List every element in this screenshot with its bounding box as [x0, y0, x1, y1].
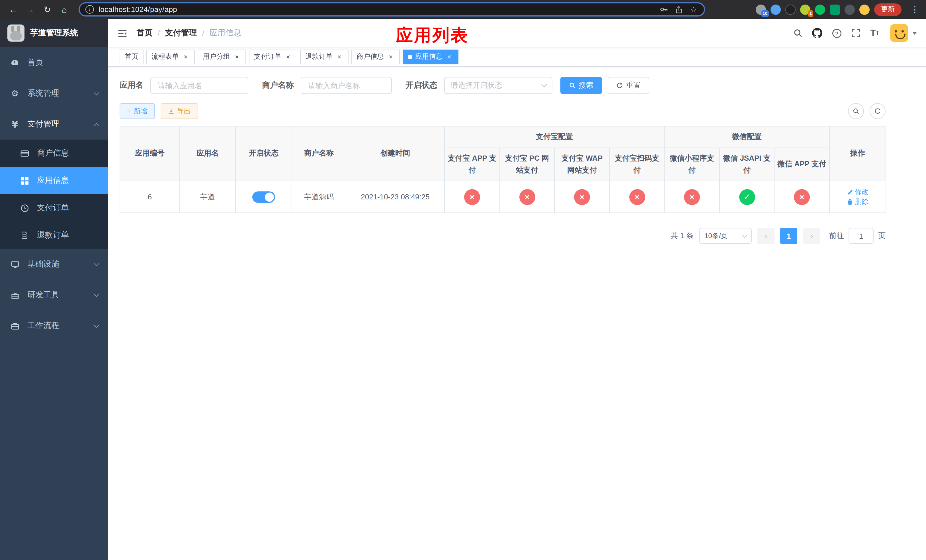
tab-user-group[interactable]: 用户分组 × — [198, 49, 246, 64]
tab-label: 首页 — [125, 52, 138, 62]
fullscreen-icon[interactable] — [851, 29, 861, 38]
caret-down-icon — [912, 32, 917, 35]
tab-flow-form[interactable]: 流程表单 × — [146, 49, 195, 64]
add-button[interactable]: + 新增 — [120, 103, 155, 119]
site-info-icon[interactable]: i — [85, 5, 94, 14]
sidebar-subitem-payment-order[interactable]: 支付订单 — [0, 194, 108, 222]
extension-icon-wechat[interactable] — [815, 4, 825, 15]
close-icon[interactable]: × — [233, 53, 241, 61]
search-icon[interactable] — [793, 29, 802, 38]
url-text[interactable]: localhost:1024/pay/app — [98, 5, 655, 14]
close-icon[interactable]: × — [336, 53, 343, 61]
tab-home[interactable]: 首页 — [120, 49, 144, 64]
share-icon[interactable] — [675, 5, 683, 14]
merchant-name-label: 商户名称 — [262, 80, 294, 91]
page-number-1[interactable]: 1 — [780, 228, 797, 244]
avatar[interactable] — [890, 24, 908, 42]
browser-menu-button[interactable]: ⋮ — [906, 4, 920, 15]
sidebar-item-workflow[interactable]: 工作流程 — [0, 310, 108, 341]
app-name-label: 应用名 — [120, 80, 144, 91]
export-button[interactable]: 导出 — [160, 103, 198, 119]
user-menu[interactable] — [890, 24, 917, 42]
reset-button[interactable]: 重置 — [608, 77, 649, 94]
back-button[interactable]: ← — [6, 2, 21, 17]
merchant-name-input[interactable] — [301, 77, 392, 94]
sidebar-item-payment[interactable]: ¥ 支付管理 — [0, 109, 108, 139]
password-key-icon[interactable] — [660, 5, 668, 14]
goto-page-input[interactable] — [849, 228, 874, 244]
cell-app-name: 芋道 — [180, 181, 236, 213]
sidebar-item-system[interactable]: ⚙ 系统管理 — [0, 78, 108, 109]
reset-button-label: 重置 — [626, 80, 641, 91]
browser-update-button[interactable]: 更新 — [874, 3, 902, 16]
status-toggle[interactable] — [252, 191, 275, 203]
toggle-search-button[interactable] — [848, 103, 864, 119]
refresh-button[interactable] — [870, 103, 885, 119]
close-icon[interactable]: × — [284, 53, 292, 61]
cell-alipay-wap: × — [554, 181, 610, 213]
close-icon[interactable]: × — [182, 53, 190, 61]
search-button[interactable]: 搜索 — [560, 77, 602, 94]
close-icon[interactable]: × — [387, 53, 395, 61]
puzzle-extension-icon[interactable]: 10 — [756, 4, 766, 15]
status-select-placeholder: 请选择开启状态 — [451, 80, 502, 91]
status-cross-icon: × — [794, 189, 810, 205]
filter-form: 应用名 商户名称 开启状态 请选择开启状态 搜索 重置 — [120, 77, 915, 94]
sidebar-item-devtools[interactable]: 研发工具 — [0, 280, 108, 310]
app-name-input[interactable] — [150, 77, 248, 94]
breadcrumb-payment[interactable]: 支付管理 — [165, 28, 197, 38]
sidebar-subitem-merchant-info[interactable]: 商户信息 — [0, 139, 108, 167]
cell-wx-jsapi: ✓ — [720, 181, 774, 213]
tags-view: 首页 流程表单 × 用户分组 × 支付订单 × — [108, 47, 926, 67]
reload-button[interactable]: ↻ — [40, 2, 54, 17]
svg-text:?: ? — [835, 30, 838, 36]
sidebar-item-label: 基础设施 — [27, 259, 59, 269]
status-check-icon: ✓ — [739, 189, 755, 205]
payment-submenu: 商户信息 应用信息 支付订单 — [0, 139, 108, 249]
tab-app-info[interactable]: 应用信息 × — [402, 49, 458, 64]
help-icon[interactable]: ? — [832, 28, 842, 38]
col-header-wx-app: 微信 APP 支付 — [774, 148, 829, 181]
close-icon[interactable]: × — [445, 53, 453, 61]
sidebar-subitem-label: 退款订单 — [37, 230, 69, 241]
forward-button[interactable]: → — [23, 2, 38, 17]
chrome-toolbar-right: 10 1 更新 ⋮ — [756, 3, 920, 16]
cell-status — [236, 181, 292, 213]
sidebar-item-home[interactable]: 首页 — [0, 47, 108, 78]
page-size-select[interactable]: 10条/页 — [699, 228, 752, 244]
status-cross-icon: × — [684, 189, 700, 205]
status-cross-icon: × — [519, 189, 535, 205]
url-bar[interactable]: i localhost:1024/pay/app ☆ — [79, 2, 705, 17]
tab-refund-order[interactable]: 退款订单 × — [300, 49, 348, 64]
extension-icon-green-square[interactable] — [830, 4, 840, 15]
sidebar-subitem-refund-order[interactable]: 退款订单 — [0, 222, 108, 249]
goto-prefix-label: 前往 — [829, 231, 844, 241]
hamburger-icon[interactable] — [117, 28, 127, 38]
goto-page: 前往 页 — [829, 228, 885, 244]
status-select[interactable]: 请选择开启状态 — [444, 77, 552, 94]
chevron-down-icon — [541, 82, 547, 87]
col-header-app-id: 应用编号 — [120, 126, 180, 181]
bookmark-star-icon[interactable]: ☆ — [690, 5, 697, 14]
breadcrumb-home[interactable]: 首页 — [137, 28, 153, 38]
next-page-button[interactable]: › — [803, 228, 820, 244]
export-button-label: 导出 — [177, 106, 191, 116]
sidebar-subitem-app-info[interactable]: 应用信息 — [0, 167, 108, 194]
tab-merchant-info[interactable]: 商户信息 × — [351, 49, 400, 64]
home-button[interactable]: ⌂ — [57, 2, 72, 17]
cell-app-id: 6 — [120, 181, 180, 213]
github-icon[interactable] — [812, 28, 822, 38]
tab-payment-order[interactable]: 支付订单 × — [249, 49, 297, 64]
delete-link[interactable]: 删除 — [847, 197, 869, 206]
modify-link[interactable]: 修改 — [847, 187, 869, 197]
extension-icon-dark[interactable] — [785, 4, 796, 15]
font-size-icon[interactable]: TT — [870, 29, 879, 38]
prev-page-button[interactable]: ‹ — [757, 228, 775, 244]
toolbar-right — [848, 103, 885, 119]
profile-extension-icon[interactable]: 1 — [800, 4, 810, 15]
sidebar-item-infrastructure[interactable]: 基础设施 — [0, 249, 108, 280]
extension-icon-emoji[interactable] — [859, 4, 870, 15]
extension-icon-gray[interactable] — [844, 4, 855, 15]
extension-icon-blue[interactable] — [770, 4, 781, 15]
cell-create-time: 2021-10-23 08:49:25 — [346, 181, 445, 213]
